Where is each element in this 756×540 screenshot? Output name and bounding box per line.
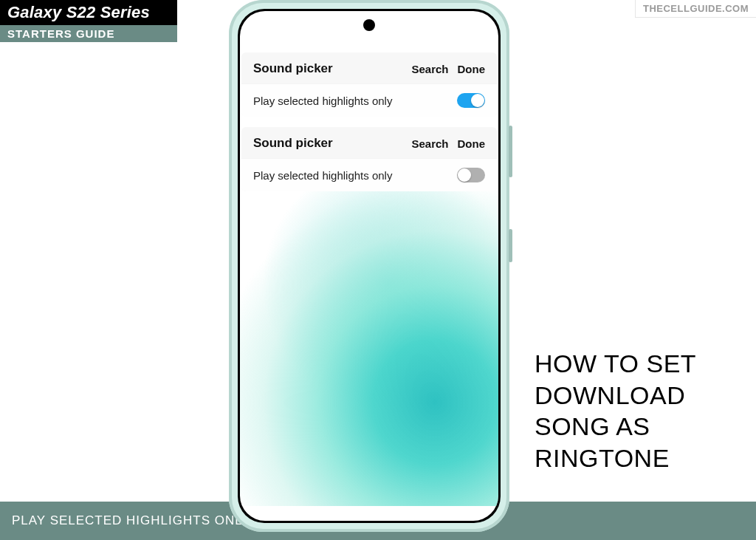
phone-bezel: Sound picker Search Done Play selected h… [238,9,501,523]
brand-badge: Galaxy S22 Series STARTERS GUIDE [0,0,177,42]
highlights-toggle-off[interactable] [457,168,485,182]
highlights-row[interactable]: Play selected highlights only [241,83,497,117]
highlights-toggle-on[interactable] [457,93,485,108]
toggle-knob [458,168,471,182]
search-button[interactable]: Search [411,63,448,75]
sound-picker-panel: Sound picker Search Done Play selected h… [241,52,497,117]
punch-hole-camera-icon [363,19,375,31]
highlights-row[interactable]: Play selected highlights only [241,158,497,191]
settings-panels: Sound picker Search Done Play selected h… [240,52,498,202]
done-button[interactable]: Done [458,63,486,75]
site-watermark: THECELLGUIDE.COM [635,0,756,18]
article-headline: HOW TO SET DOWNLOAD SONG AS RINGTONE [535,348,726,474]
panel-header: Sound picker Search Done [241,52,497,83]
row-label: Play selected highlights only [253,95,457,107]
brand-subtitle: STARTERS GUIDE [0,25,177,42]
done-button[interactable]: Done [458,137,486,150]
phone-side-button-power [509,229,512,262]
phone-screen: Sound picker Search Done Play selected h… [240,11,498,521]
brand-name: Galaxy S22 Series [0,0,177,25]
panel-title: Sound picker [253,136,402,151]
panel-title: Sound picker [253,61,402,76]
panel-header: Sound picker Search Done [241,127,497,158]
toggle-knob [471,94,484,107]
row-label: Play selected highlights only [253,169,457,182]
phone-side-button-volume [509,126,512,177]
phone-frame: Sound picker Search Done Play selected h… [229,0,509,532]
search-button[interactable]: Search [411,137,448,150]
footer-caption: PLAY SELECTED HIGHLIGHTS ONLY [12,513,251,528]
sound-picker-panel: Sound picker Search Done Play selected h… [241,127,497,191]
